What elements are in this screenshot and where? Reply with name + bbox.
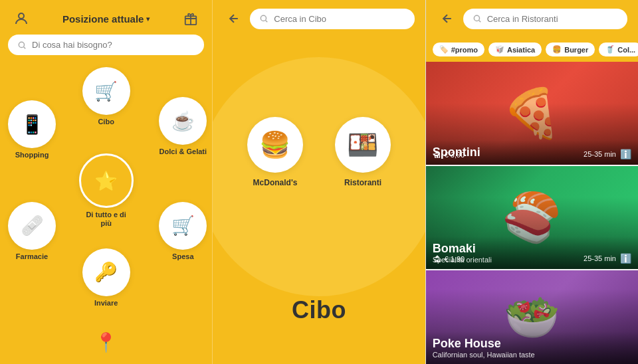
panel3-search[interactable] xyxy=(463,9,627,29)
menu-item-spesa[interactable]: 🛒 Spesa xyxy=(159,202,207,261)
delivery-icon-bomaki xyxy=(433,254,442,264)
menu-label-inviare: Inviare xyxy=(94,299,118,308)
circle-menu: 🛒 Cibo 📱 Shopping ☕ Dolci & Gelati ⭐ Di … xyxy=(0,60,212,321)
food-item-mcdonalds[interactable]: 🍔 McDonald's xyxy=(247,117,303,187)
menu-label-tutto: Di tutto e di più xyxy=(80,211,133,228)
avatar-button[interactable] xyxy=(11,8,32,29)
panel1-header: Posizione attuale ▾ xyxy=(0,0,212,35)
filter-tag-asiatica[interactable]: 🥡 Asiatica xyxy=(488,43,542,56)
gift-button[interactable] xyxy=(180,8,201,29)
menu-circle-dolci: ☕ xyxy=(159,97,207,145)
search-input-panel1[interactable] xyxy=(32,40,195,50)
menu-item-inviare[interactable]: 🔑 Inviare xyxy=(82,248,130,308)
food-label-ristoranti: Ristoranti xyxy=(344,178,381,187)
panel-home: Posizione attuale ▾ 🛒 Cibo 📱 Shopping xyxy=(0,0,212,364)
food-item-ristoranti[interactable]: 🍱 Ristoranti xyxy=(335,117,391,187)
panel2-search[interactable] xyxy=(250,9,414,29)
panel1-bottom: 📍 xyxy=(0,321,212,364)
restaurant-delivery-bomaki: € 1,90 xyxy=(433,254,465,264)
menu-item-dolci[interactable]: ☕ Dolci & Gelati xyxy=(159,97,207,156)
panel3-header xyxy=(426,0,638,37)
food-circle-ristoranti: 🍱 xyxy=(335,117,391,173)
menu-circle-inviare: 🔑 xyxy=(82,248,130,296)
panel2-header xyxy=(213,0,425,37)
panel-ristoranti: 🏷️ #promo 🥡 Asiatica 🍔 Burger 🥤 Col... 🍕… xyxy=(425,0,638,364)
menu-label-farmacie: Farmacie xyxy=(16,252,48,261)
menu-circle-shopping: 📱 xyxy=(8,100,56,148)
back-button-panel3[interactable] xyxy=(437,8,458,29)
search-icon-panel2 xyxy=(259,14,268,23)
location-title[interactable]: Posizione attuale ▾ xyxy=(62,13,150,25)
filter-tag-promo[interactable]: 🏷️ #promo xyxy=(433,43,484,56)
restaurant-card-poke-house[interactable]: 🥗 Poke House Californian soul, Hawaiian … xyxy=(426,270,638,364)
restaurant-card-bomaki[interactable]: 🍣 Bomaki Specialità orientali € 1,90 25-… xyxy=(426,166,638,269)
svg-point-3 xyxy=(261,15,266,21)
panel-cibo: 🍔 McDonald's 🍱 Ristoranti Cibo xyxy=(212,0,425,364)
panel1-search[interactable] xyxy=(8,35,204,55)
menu-label-spesa: Spesa xyxy=(172,252,193,261)
filter-tag-cola[interactable]: 🥤 Col... xyxy=(599,43,638,56)
food-label-mcdonalds: McDonald's xyxy=(253,178,298,187)
restaurant-sub-poke: Californian soul, Hawaiian taste xyxy=(433,351,631,359)
pin-icon: 📍 xyxy=(94,331,118,353)
svg-point-0 xyxy=(19,13,24,19)
menu-item-farmacie[interactable]: 🩹 Farmacie xyxy=(8,202,56,261)
restaurant-delivery-spontini: € 3,90 xyxy=(433,150,465,159)
restaurant-meta-bomaki: 25-35 min ℹ️ xyxy=(584,253,631,264)
menu-item-tutto[interactable]: ⭐ Di tutto e di più xyxy=(79,153,134,228)
food-items-container: 🍔 McDonald's 🍱 Ristoranti xyxy=(213,117,425,187)
menu-circle-cibo: 🛒 xyxy=(82,67,130,115)
cibo-category-label: Cibo xyxy=(292,296,346,324)
search-icon-panel3 xyxy=(473,14,482,23)
search-icon xyxy=(17,41,27,50)
svg-point-2 xyxy=(19,42,24,47)
restaurant-name-poke: Poke House xyxy=(433,337,631,351)
restaurant-list: 🍕 Spontini € 3,90 25-35 min ℹ️ 🍣 Bomaki xyxy=(426,62,638,364)
restaurant-meta-spontini: 25-35 min ℹ️ xyxy=(584,149,631,159)
menu-label-dolci: Dolci & Gelati xyxy=(160,147,207,156)
menu-item-shopping[interactable]: 📱 Shopping xyxy=(8,100,56,159)
svg-point-4 xyxy=(474,15,479,21)
search-input-panel2[interactable] xyxy=(274,14,405,24)
menu-circle-spesa: 🛒 xyxy=(159,202,207,250)
menu-item-cibo[interactable]: 🛒 Cibo xyxy=(82,67,130,126)
restaurant-card-spontini[interactable]: 🍕 Spontini € 3,90 25-35 min ℹ️ xyxy=(426,62,638,165)
delivery-icon xyxy=(433,150,442,159)
back-button-panel2[interactable] xyxy=(223,8,245,29)
filter-tags-bar: 🏷️ #promo 🥡 Asiatica 🍔 Burger 🥤 Col... xyxy=(426,37,638,62)
menu-label-shopping: Shopping xyxy=(15,151,49,159)
panel2-content: 🍔 McDonald's 🍱 Ristoranti Cibo xyxy=(213,37,425,364)
filter-tag-burger[interactable]: 🍔 Burger xyxy=(546,43,595,56)
restaurant-info-poke: Poke House Californian soul, Hawaiian ta… xyxy=(426,331,638,364)
menu-label-cibo: Cibo xyxy=(98,118,114,126)
food-circle-mcdonalds: 🍔 xyxy=(247,117,303,173)
search-input-panel3[interactable] xyxy=(487,14,618,24)
menu-circle-tutto: ⭐ xyxy=(79,153,134,208)
menu-circle-farmacie: 🩹 xyxy=(8,202,56,250)
